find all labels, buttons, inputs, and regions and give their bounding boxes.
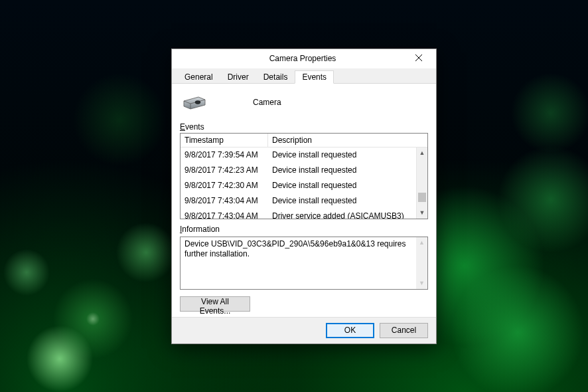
events-label: Events [180, 122, 428, 132]
scroll-down-icon[interactable]: ▼ [417, 207, 428, 219]
table-row[interactable]: 9/8/2017 7:42:23 AM Device install reque… [181, 163, 416, 178]
information-text: Device USB\VID_03C3&PID_290A\5&96eb9a1&0… [181, 237, 427, 261]
table-row[interactable]: 9/8/2017 7:43:04 AM Driver service added… [181, 209, 416, 219]
column-header-description[interactable]: Description [268, 134, 427, 147]
tab-content-events: Camera Events Timestamp Description 9/8/… [172, 84, 436, 317]
view-all-events-button[interactable]: View All Events... [180, 296, 250, 312]
information-box[interactable]: Device USB\VID_03C3&PID_290A\5&96eb9a1&0… [180, 237, 428, 290]
events-scrollbar[interactable]: ▲ ▼ [416, 147, 427, 219]
tab-driver[interactable]: Driver [220, 70, 256, 84]
scroll-thumb[interactable] [418, 193, 426, 203]
events-rows: 9/8/2017 7:39:54 AM Device install reque… [181, 147, 416, 219]
scroll-up-icon[interactable]: ▲ [416, 237, 427, 248]
ok-button[interactable]: OK [326, 323, 374, 338]
events-list[interactable]: Timestamp Description 9/8/2017 7:39:54 A… [180, 133, 428, 219]
device-header: Camera [180, 90, 428, 121]
close-button[interactable] [404, 49, 433, 68]
table-row[interactable]: 9/8/2017 7:42:30 AM Device install reque… [181, 178, 416, 193]
information-label: Information [180, 225, 428, 234]
tab-general[interactable]: General [177, 70, 220, 84]
scroll-track[interactable] [417, 159, 427, 207]
close-icon [415, 54, 422, 63]
table-row[interactable]: 9/8/2017 7:43:04 AM Device install reque… [181, 193, 416, 209]
tab-details[interactable]: Details [256, 70, 295, 84]
camera-properties-dialog: Camera Properties General Driver Details… [171, 49, 437, 344]
dialog-button-row: OK Cancel [172, 317, 436, 343]
titlebar[interactable]: Camera Properties [172, 49, 436, 68]
camera-device-icon [183, 93, 206, 112]
cancel-button[interactable]: Cancel [380, 323, 428, 338]
tab-events[interactable]: Events [295, 70, 334, 84]
info-scrollbar[interactable]: ▲ ▼ [416, 237, 427, 289]
device-name: Camera [253, 98, 281, 107]
scroll-up-icon[interactable]: ▲ [417, 147, 428, 159]
column-header-timestamp[interactable]: Timestamp [181, 134, 268, 147]
scroll-track[interactable] [416, 248, 427, 278]
table-row[interactable]: 9/8/2017 7:39:54 AM Device install reque… [181, 147, 416, 163]
window-title: Camera Properties [172, 54, 404, 63]
svg-point-0 [195, 100, 200, 104]
events-header: Timestamp Description [181, 134, 427, 147]
tabstrip: General Driver Details Events [172, 68, 436, 84]
scroll-down-icon[interactable]: ▼ [416, 278, 427, 289]
